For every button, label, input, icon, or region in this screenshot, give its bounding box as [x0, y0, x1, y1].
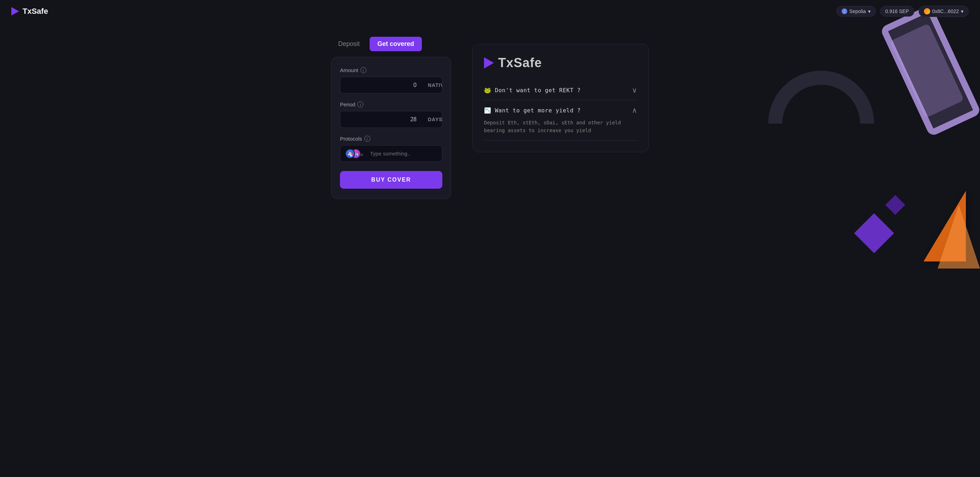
wallet-avatar-icon: [924, 8, 930, 14]
diamond-shape: [854, 213, 894, 253]
accordion-title-2: 📉 Want to get more yield ?: [484, 107, 581, 114]
period-info-icon[interactable]: i: [357, 101, 363, 107]
network-icon: Ξ: [842, 8, 847, 14]
accordion-chevron-2: ∧: [632, 106, 637, 115]
left-panel: Deposit Get covered Amount i NATIVE: [331, 37, 451, 199]
accordion-item-2: 📉 Want to get more yield ? ∧ Deposit Eth…: [484, 101, 637, 140]
triangle-2-shape: [938, 205, 980, 268]
main-content: Deposit Get covered Amount i NATIVE: [0, 22, 980, 213]
network-selector[interactable]: Ξ Sepolia ▾: [836, 6, 876, 17]
header-right: Ξ Sepolia ▾ 0.916 SEP 0x8C...6022 ▾: [836, 6, 969, 17]
deposit-tab[interactable]: Deposit: [331, 37, 367, 51]
accordion-content-2: Deposit Eth, stEth, sDai, sEth and other…: [484, 119, 637, 135]
network-chevron: ▾: [868, 8, 870, 14]
accordion-title-1: 🐸 Don't want to get REKT ?: [484, 87, 581, 94]
accordion-item-1: 🐸 Don't want to get REKT ? ∨: [484, 80, 637, 101]
amount-suffix: NATIVE: [422, 77, 442, 93]
protocols-input-row: 🦄 🎠 ✕: [340, 145, 442, 162]
protocols-search-input[interactable]: [370, 149, 437, 158]
header: TxSafe Ξ Sepolia ▾ 0.916 SEP 0x8C...6022…: [0, 0, 980, 22]
period-suffix: DAYS: [422, 112, 442, 127]
amount-field-group: Amount i NATIVE: [340, 67, 442, 94]
info-logo-text: TxSafe: [498, 56, 542, 70]
app-title: TxSafe: [22, 7, 48, 16]
protocol-icon-1: 🦄: [345, 149, 355, 159]
network-label: Sepolia: [850, 8, 866, 14]
protocols-info-icon[interactable]: i: [364, 136, 370, 142]
amount-label-row: Amount i: [340, 67, 442, 73]
protocol-remove-icon[interactable]: ✕: [360, 152, 364, 158]
info-play-icon: [484, 57, 494, 69]
accordion-header-1[interactable]: 🐸 Don't want to get REKT ? ∨: [484, 86, 637, 94]
amount-input-row: NATIVE: [340, 77, 442, 94]
protocols-field-group: Protocols i 🦄 🎠 ✕: [340, 136, 442, 162]
amount-input[interactable]: [340, 77, 422, 93]
period-input[interactable]: [340, 111, 422, 128]
tab-row: Deposit Get covered: [331, 37, 451, 51]
wallet-selector[interactable]: 0x8C...6022 ▾: [919, 6, 969, 17]
amount-label: Amount: [340, 67, 358, 73]
balance-display: 0.916 SEP: [880, 6, 914, 17]
logo-area: TxSafe: [11, 7, 48, 16]
period-input-row: DAYS: [340, 111, 442, 128]
wallet-address: 0x8C...6022: [932, 8, 959, 14]
buy-cover-button[interactable]: BUY COVER: [340, 171, 442, 189]
period-field-group: Period i DAYS: [340, 101, 442, 128]
form-card: Amount i NATIVE Period i: [331, 57, 451, 199]
info-card-logo: TxSafe: [484, 56, 637, 70]
protocols-label: Protocols: [340, 136, 362, 142]
play-icon: [11, 7, 19, 16]
get-covered-tab[interactable]: Get covered: [370, 37, 422, 51]
accordion-header-2[interactable]: 📉 Want to get more yield ? ∧: [484, 106, 637, 115]
protocols-label-row: Protocols i: [340, 136, 442, 142]
right-panel: TxSafe 🐸 Don't want to get REKT ? ∨ 📉 Wa…: [473, 37, 649, 152]
period-label: Period: [340, 101, 355, 107]
accordion-chevron-1: ∨: [632, 86, 637, 94]
wallet-chevron: ▾: [961, 8, 963, 14]
info-card: TxSafe 🐸 Don't want to get REKT ? ∨ 📉 Wa…: [473, 44, 649, 152]
amount-info-icon[interactable]: i: [360, 67, 366, 73]
period-label-row: Period i: [340, 101, 442, 107]
